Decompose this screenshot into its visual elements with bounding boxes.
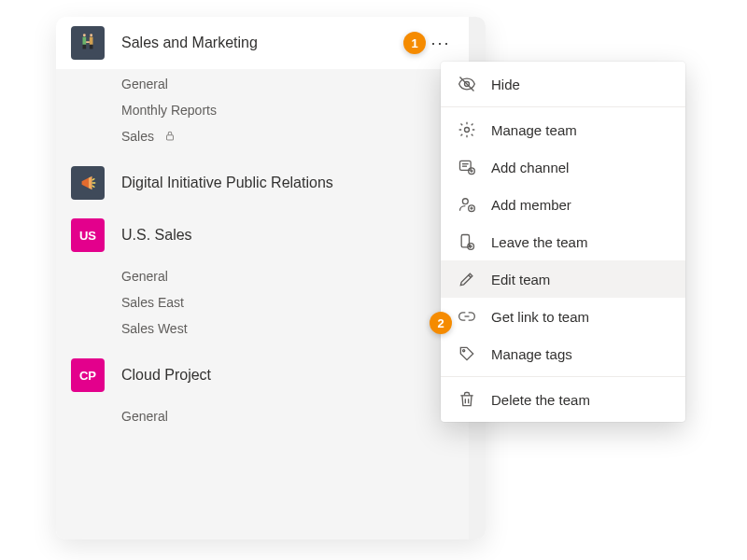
ellipsis-icon: ··· <box>430 35 450 51</box>
team-header-digital-initiative[interactable]: Digital Initiative Public Relations <box>56 157 469 209</box>
megaphone-icon <box>78 173 98 193</box>
team-name: U.S. Sales <box>121 227 454 244</box>
team-avatar: US <box>71 218 105 252</box>
channel-label: General <box>121 409 168 424</box>
channel-label: General <box>121 269 168 284</box>
pencil-icon <box>458 270 476 288</box>
channel-item[interactable]: General <box>56 71 469 97</box>
svg-rect-0 <box>83 37 87 45</box>
avatar-initials: CP <box>79 369 96 383</box>
svg-point-9 <box>465 128 470 133</box>
menu-item-get-link[interactable]: Get link to team <box>441 298 685 335</box>
team-header-cloud-project[interactable]: CP Cloud Project <box>56 349 469 401</box>
eye-off-icon <box>458 75 476 93</box>
menu-item-add-channel[interactable]: Add channel <box>441 148 685 186</box>
menu-label: Get link to team <box>491 309 589 325</box>
svg-line-22 <box>469 275 472 278</box>
link-icon <box>458 307 476 326</box>
svg-rect-5 <box>90 45 93 49</box>
handshake-icon <box>78 33 98 53</box>
channel-label: Monthly Reports <box>121 103 217 118</box>
channel-item[interactable]: General <box>56 403 469 429</box>
channel-label: Sales West <box>121 321 188 336</box>
menu-label: Edit team <box>491 272 550 287</box>
team-context-menu: Hide Manage team Add channel <box>441 62 685 422</box>
callout-number: 1 <box>411 36 417 50</box>
add-member-icon <box>458 195 476 214</box>
team-name: Cloud Project <box>121 367 454 384</box>
svg-point-16 <box>462 199 468 204</box>
trash-icon <box>458 390 476 409</box>
channel-label: Sales East <box>121 295 184 310</box>
svg-rect-1 <box>90 37 93 45</box>
menu-label: Hide <box>491 77 520 92</box>
lock-icon <box>163 130 176 143</box>
menu-item-add-member[interactable]: Add member <box>441 186 685 223</box>
channel-item[interactable]: Sales <box>56 123 469 149</box>
leave-icon <box>458 232 476 251</box>
channel-item[interactable]: Monthly Reports <box>56 97 469 123</box>
svg-rect-4 <box>83 45 87 49</box>
callout-badge-1: 1 <box>403 32 426 54</box>
more-options-button[interactable]: ··· <box>428 30 454 56</box>
menu-item-hide[interactable]: Hide <box>441 65 685 103</box>
channel-list: General <box>56 401 469 437</box>
menu-divider <box>441 376 685 377</box>
teams-list: Sales and Marketing ··· General Monthly … <box>56 17 469 539</box>
add-channel-icon <box>458 158 476 176</box>
svg-point-23 <box>463 350 465 352</box>
team-header-us-sales[interactable]: US U.S. Sales <box>56 209 469 261</box>
menu-item-leave-team[interactable]: Leave the team <box>441 223 685 260</box>
team-avatar <box>71 26 105 60</box>
team-avatar: CP <box>71 358 105 392</box>
team-name: Digital Initiative Public Relations <box>121 175 454 191</box>
channel-item[interactable]: Sales West <box>56 315 469 342</box>
channel-label: Sales <box>121 129 154 144</box>
channel-list: General Monthly Reports Sales <box>56 69 469 157</box>
svg-rect-6 <box>167 135 174 140</box>
channel-label: General <box>121 77 168 91</box>
menu-label: Add member <box>491 197 571 213</box>
channel-list: General Sales East Sales West <box>56 261 469 349</box>
svg-point-2 <box>83 34 86 36</box>
menu-item-delete-team[interactable]: Delete the team <box>441 381 685 418</box>
callout-number: 2 <box>437 316 444 330</box>
svg-point-3 <box>90 34 92 36</box>
tag-icon <box>458 344 476 363</box>
channel-item[interactable]: General <box>56 263 469 289</box>
menu-label: Manage team <box>491 122 577 138</box>
gear-icon <box>458 120 476 139</box>
menu-item-manage-team[interactable]: Manage team <box>441 111 685 148</box>
menu-divider <box>441 106 685 107</box>
menu-item-edit-team[interactable]: Edit team <box>441 260 685 298</box>
menu-label: Delete the team <box>491 392 590 408</box>
avatar-initials: US <box>79 229 96 243</box>
channel-item[interactable]: Sales East <box>56 289 469 315</box>
callout-badge-2: 2 <box>430 312 452 334</box>
menu-label: Add channel <box>491 160 569 175</box>
menu-item-manage-tags[interactable]: Manage tags <box>441 335 685 372</box>
menu-label: Manage tags <box>491 346 572 362</box>
menu-label: Leave the team <box>491 234 587 250</box>
team-name: Sales and Marketing <box>121 35 428 51</box>
team-avatar <box>71 166 105 200</box>
teams-sidebar-panel: Sales and Marketing ··· General Monthly … <box>56 17 486 539</box>
